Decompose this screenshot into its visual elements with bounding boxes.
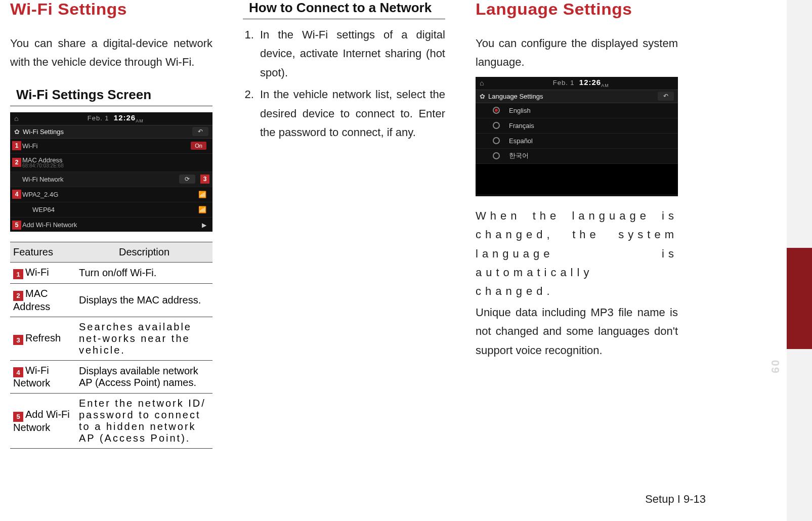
language-body-2: Unique data including MP3 file name is n… — [476, 303, 678, 360]
wifi-signal-icon: 📶 — [198, 206, 208, 213]
screen-title: Language Settings — [488, 93, 655, 100]
table-row: 2MAC Address Displays the MAC address. — [10, 284, 212, 317]
gear-icon: ✿ — [480, 93, 485, 100]
chevron-right-icon: ▶ — [202, 222, 208, 229]
lang-option-francais: Français — [476, 118, 678, 134]
callout-2: 2 — [12, 158, 21, 167]
th-description: Description — [76, 242, 212, 262]
table-row: 1Wi-Fi Turn on/off Wi-Fi. — [10, 262, 212, 284]
step-1: In the Wi-Fi settings of a digital devic… — [257, 25, 445, 82]
lang-option-korean: 한국어 — [476, 149, 678, 164]
wifi-settings-heading: Wi-Fi Settings — [10, 0, 223, 19]
row-network-2: WEP64 📶 — [10, 202, 212, 218]
network-2-label: WEP64 — [22, 206, 194, 213]
wifi-signal-icon: 📶 — [198, 191, 208, 198]
refresh-icon: ⟳ — [179, 175, 195, 184]
wifi-screen-subheading: Wi-Fi Settings Screen — [10, 87, 212, 106]
callout-3: 3 — [200, 175, 209, 184]
table-row: 3Refresh Searches available net-works ne… — [10, 317, 212, 360]
gear-icon: ✿ — [14, 128, 20, 136]
table-row: 5Add Wi-Fi Network Enter the network ID/… — [10, 394, 212, 449]
row-network-1: 4 WPA2_2.4G 📶 — [10, 187, 212, 202]
language-body-1: When the language is changed, the system… — [476, 206, 678, 301]
radio-checked-icon — [493, 107, 500, 114]
language-intro: You can configure the displayed system l… — [476, 34, 678, 72]
back-icon: ↶ — [658, 92, 674, 101]
language-screenshot: ⌂ Feb. 1 12:26AM ✿ Language Settings ↶ E… — [476, 77, 678, 196]
radio-icon — [493, 122, 500, 129]
radio-icon — [493, 137, 500, 144]
lang-label: English — [509, 107, 674, 114]
network-1-label: WPA2_2.4G — [22, 191, 194, 198]
status-date: Feb. 1 12:26AM — [488, 78, 674, 88]
add-network-label: Add Wi-Fi Network — [22, 221, 198, 229]
lang-option-english: English — [476, 103, 678, 118]
page-footer: Setup I 9-13 — [645, 493, 706, 506]
wifi-label: Wi-Fi — [22, 142, 187, 150]
features-table: Features Description 1Wi-Fi Turn on/off … — [10, 242, 212, 449]
home-icon: ⌂ — [14, 114, 18, 122]
th-features: Features — [10, 242, 76, 262]
lang-label: Français — [509, 122, 674, 129]
network-header-label: Wi-Fi Network — [22, 176, 175, 183]
lang-label: 한국어 — [509, 151, 674, 160]
back-icon: ↶ — [192, 127, 208, 136]
step-2: In the vehicle network list, select the … — [257, 85, 445, 142]
lang-label: Español — [509, 137, 674, 145]
table-row: 4Wi-Fi Network Displays available networ… — [10, 360, 212, 394]
wifi-on-toggle: On — [191, 142, 206, 150]
wifi-screenshot: ⌂ Feb. 1 12:26AM ✿ Wi-Fi Settings ↶ 1 Wi… — [10, 112, 212, 232]
home-icon: ⌂ — [480, 79, 484, 87]
chapter-tab — [787, 248, 812, 349]
row-network-header: Wi-Fi Network ⟳ 3 — [10, 172, 212, 187]
wifi-intro-text: You can share a digital-device network w… — [10, 34, 212, 72]
row-mac: 2 MAC Address 68:84:70:03:2E:68 — [10, 154, 212, 172]
callout-5: 5 — [12, 221, 21, 230]
language-settings-heading: Language Settings — [476, 0, 688, 19]
screen-title: Wi-Fi Settings — [23, 128, 189, 136]
chapter-number: 09 — [768, 360, 782, 374]
callout-1: 1 — [12, 141, 21, 150]
connect-steps: In the Wi-Fi settings of a digital devic… — [243, 25, 445, 142]
mac-label: MAC Address 68:84:70:03:2E:68 — [22, 156, 208, 168]
row-wifi: 1 Wi-Fi On — [10, 139, 212, 154]
callout-4: 4 — [12, 190, 21, 199]
status-date: Feb. 1 12:26AM — [22, 113, 208, 123]
row-add-network: 5 Add Wi-Fi Network ▶ — [10, 218, 212, 233]
connect-subheading: How to Connect to a Network — [243, 0, 445, 19]
radio-icon — [493, 152, 500, 159]
lang-option-espanol: Español — [476, 134, 678, 149]
